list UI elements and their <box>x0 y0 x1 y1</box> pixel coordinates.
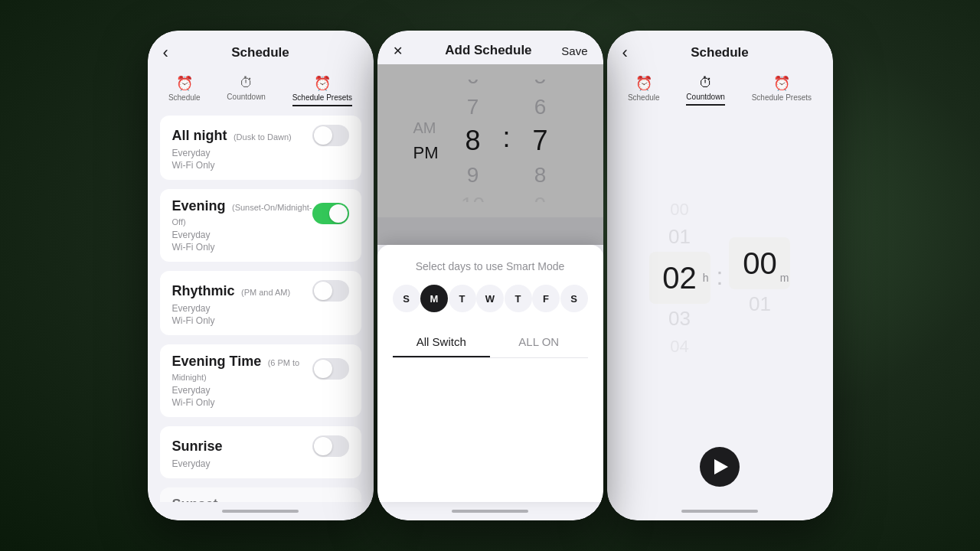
smart-mode-sheet: Select days to use Smart Mode S M T <box>377 245 603 502</box>
minute-item: 01 <box>749 289 771 319</box>
item-subtitle: (PM and AM) <box>241 288 290 297</box>
play-button[interactable] <box>700 447 740 487</box>
list-item: Evening (Sunset-On/Midnight-Off) Everyda… <box>160 189 361 262</box>
list-item: All night (Dusk to Dawn) Everyday Wi-Fi … <box>160 116 361 180</box>
countdown-picker: 00 01 02 03 04 h : 00 <box>607 109 833 447</box>
toggle-sunrise[interactable] <box>312 435 349 457</box>
tab-active-indicator <box>292 105 352 106</box>
item-meta1: Everyday <box>172 148 349 158</box>
phone-add-schedule: ✕ Add Schedule Save AM PM 6 7 <box>377 31 603 520</box>
smart-mode-backdrop[interactable] <box>377 64 603 245</box>
hour-item: 01 <box>668 222 691 252</box>
item-meta2: Wi-Fi Only <box>172 242 349 253</box>
back-button[interactable]: ‹ <box>163 43 186 63</box>
schedule-icon-3: ⏰ <box>635 75 652 92</box>
days-row: S M T W T <box>393 285 588 312</box>
presets-icon: ⏰ <box>314 75 331 92</box>
save-button[interactable]: Save <box>561 44 587 57</box>
tab-presets[interactable]: ⏰ Schedule Presets <box>286 72 358 109</box>
item-meta1: Everyday <box>172 303 349 314</box>
close-icon: ✕ <box>393 44 403 58</box>
switch-tabs: All Switch ALL ON <box>393 328 588 358</box>
item-meta1: Everyday <box>172 458 349 469</box>
item-meta2: Wi-Fi Only <box>172 160 349 171</box>
tab-all-switch[interactable]: All Switch <box>393 328 491 357</box>
item-name: Evening <box>172 198 226 214</box>
item-name: Sunrise <box>172 439 223 454</box>
countdown-title: Schedule <box>645 45 795 60</box>
minutes-column[interactable]: 00 01 m <box>729 237 790 319</box>
countdown-separator: : <box>717 262 724 294</box>
home-bar-1 <box>148 502 374 520</box>
back-button-3[interactable]: ‹ <box>622 43 645 63</box>
presets-icon-3: ⏰ <box>773 75 790 92</box>
tab-countdown-3[interactable]: ⏱ Countdown <box>680 72 731 109</box>
schedule-icon: ⏰ <box>176 75 193 92</box>
schedule-tabs: ⏰ Schedule ⏱ Countdown ⏰ Schedule Preset… <box>148 69 374 109</box>
item-meta2: Wi-Fi Only <box>172 315 349 326</box>
day-monday[interactable]: M <box>420 285 448 312</box>
sheet-content <box>393 364 588 487</box>
toggle-all-night[interactable] <box>312 125 349 146</box>
day-saturday[interactable]: S <box>560 285 588 312</box>
day-friday[interactable]: F <box>532 285 560 312</box>
toggle-knob <box>329 204 348 223</box>
day-wednesday[interactable]: W <box>476 285 504 312</box>
tab-presets-3[interactable]: ⏰ Schedule Presets <box>746 72 818 109</box>
toggle-knob <box>314 282 332 300</box>
toggle-knob <box>314 360 332 378</box>
save-label: Save <box>561 44 587 57</box>
play-icon <box>714 459 728 474</box>
tab-active-indicator-3 <box>686 104 725 106</box>
tab-schedule[interactable]: ⏰ Schedule <box>162 72 207 109</box>
phone-countdown: ‹ Schedule ⏰ Schedule ⏱ Countdown ⏰ Sche… <box>607 31 833 520</box>
tab-countdown-label-3: Countdown <box>686 93 725 101</box>
tab-countdown-label: Countdown <box>227 93 266 101</box>
list-item: Sunset <box>160 487 361 502</box>
countdown-content: 00 01 02 03 04 h : 00 <box>607 109 833 502</box>
tab-schedule-3[interactable]: ⏰ Schedule <box>622 72 666 109</box>
screens-container: ‹ Schedule ⏰ Schedule ⏱ Countdown ⏰ Sche… <box>0 0 980 551</box>
back-icon-3: ‹ <box>622 43 628 63</box>
item-meta2: Wi-Fi Only <box>172 397 349 408</box>
item-meta1: Everyday <box>172 385 349 396</box>
countdown-tabs: ⏰ Schedule ⏱ Countdown ⏰ Schedule Preset… <box>607 69 833 109</box>
tab-countdown[interactable]: ⏱ Countdown <box>220 72 272 109</box>
home-indicator <box>222 510 299 513</box>
item-name: Evening Time <box>172 354 262 369</box>
schedule-title: Schedule <box>186 45 335 60</box>
add-schedule-header: ✕ Add Schedule Save <box>377 31 603 64</box>
list-item: Evening Time (6 PM to Midnight) Everyday… <box>160 344 361 417</box>
item-name: Sunset <box>172 497 218 502</box>
list-item: Rhythmic (PM and AM) Everyday Wi-Fi Only <box>160 271 361 335</box>
toggle-knob <box>314 126 332 145</box>
home-bar-3 <box>607 502 833 520</box>
add-schedule-content: AM PM 6 7 8 9 10 : 5 6 7 8 <box>377 64 603 502</box>
home-indicator <box>452 510 528 513</box>
day-tuesday[interactable]: T <box>449 285 476 312</box>
smart-mode-title: Select days to use Smart Mode <box>393 260 588 272</box>
close-button[interactable]: ✕ <box>393 44 416 58</box>
toggle-rhythmic[interactable] <box>312 280 349 302</box>
item-name: All night <box>172 128 227 143</box>
countdown-icon: ⏱ <box>240 75 253 91</box>
hours-column[interactable]: 00 01 02 03 04 h <box>649 197 710 359</box>
day-thursday[interactable]: T <box>505 285 532 312</box>
minute-unit: m <box>780 272 789 284</box>
day-sunday[interactable]: S <box>393 285 420 312</box>
back-icon: ‹ <box>163 43 168 63</box>
hour-selected: 02 <box>649 252 710 304</box>
hour-item: 03 <box>668 304 691 334</box>
schedule-header: ‹ Schedule <box>148 31 374 69</box>
toggle-knob <box>314 437 332 455</box>
toggle-evening-time[interactable] <box>312 358 349 380</box>
add-schedule-title: Add Schedule <box>416 43 562 58</box>
item-name: Rhythmic <box>172 283 235 298</box>
countdown-icon-3: ⏱ <box>699 75 713 91</box>
schedule-list: All night (Dusk to Dawn) Everyday Wi-Fi … <box>148 109 374 502</box>
tab-all-on[interactable]: ALL ON <box>490 328 588 357</box>
toggle-evening[interactable] <box>312 203 349 224</box>
phone-schedule: ‹ Schedule ⏰ Schedule ⏱ Countdown ⏰ Sche… <box>148 31 374 520</box>
countdown-header: ‹ Schedule <box>607 31 833 69</box>
tab-schedule-label: Schedule <box>168 93 201 102</box>
